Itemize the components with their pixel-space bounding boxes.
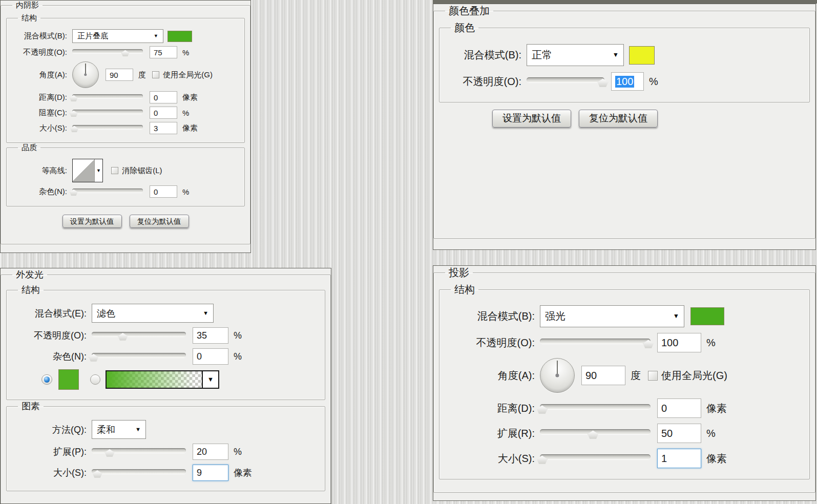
blend-mode-select[interactable]: 强光 ▼: [540, 305, 684, 327]
opacity-slider[interactable]: [92, 331, 186, 340]
size-slider[interactable]: [72, 124, 143, 132]
drop-shadow-title: 投影: [445, 266, 473, 280]
distance-slider[interactable]: [540, 403, 651, 413]
slider-track: [72, 94, 143, 98]
noise-slider[interactable]: [92, 352, 186, 361]
anti-aliased-label: 消除锯齿(L): [122, 166, 162, 176]
selected-text: 100: [615, 76, 634, 88]
opacity-row: 不透明度(O): 100 %: [445, 72, 804, 91]
blend-mode-value: 强光: [545, 309, 565, 323]
size-input[interactable]: 1: [657, 449, 701, 468]
spread-slider[interactable]: [92, 447, 186, 456]
use-global-light-label: 使用全局光(G): [661, 369, 727, 383]
set-default-button[interactable]: 设置为默认值: [62, 215, 122, 228]
shadow-color-swatch[interactable]: [690, 307, 724, 325]
chevron-down-icon: ▼: [154, 34, 158, 38]
noise-label: 杂色(N):: [12, 187, 67, 197]
blend-mode-row: 混合模式(B): 正常 ▼: [445, 44, 804, 66]
opacity-input[interactable]: 100: [657, 333, 701, 352]
blend-mode-label: 混合模式(E):: [12, 307, 87, 320]
opacity-slider[interactable]: [527, 76, 604, 87]
angle-row: 角度(A): 90 度 使用全局光(G): [445, 358, 804, 393]
shadow-color-swatch[interactable]: [167, 31, 192, 42]
angle-label: 角度(A):: [445, 369, 535, 383]
blend-mode-label: 混合模式(B):: [12, 31, 67, 41]
size-input[interactable]: 9: [193, 465, 228, 481]
blend-mode-select[interactable]: 正常 ▼: [527, 44, 624, 66]
overlay-color-swatch[interactable]: [629, 46, 655, 65]
color-overlay-title: 颜色叠加: [445, 4, 493, 18]
blend-mode-value: 正片叠底: [77, 31, 108, 41]
distance-slider[interactable]: [72, 94, 143, 101]
button-row: 设置为默认值 复位为默认值: [492, 110, 810, 128]
angle-unit: 度: [631, 369, 641, 383]
glow-color-swatch[interactable]: [58, 369, 79, 390]
solid-color-radio[interactable]: [41, 374, 52, 385]
opacity-input[interactable]: 100: [611, 72, 644, 91]
size-unit: 像素: [706, 452, 727, 466]
distance-label: 距离(D):: [12, 93, 67, 102]
gradient-picker[interactable]: ▼: [106, 370, 219, 389]
blend-mode-select[interactable]: 滤色 ▼: [92, 304, 214, 323]
gradient-radio[interactable]: [90, 374, 101, 385]
opacity-slider[interactable]: [72, 49, 143, 56]
gradient-preview: [107, 371, 201, 388]
structure-title: 结构: [451, 283, 478, 297]
noise-slider[interactable]: [72, 188, 143, 196]
opacity-input[interactable]: 75: [150, 46, 177, 58]
reset-default-button[interactable]: 复位为默认值: [579, 110, 658, 128]
distance-row: 距离(D): 0 像素: [12, 91, 239, 103]
color-overlay-panel: 颜色叠加 颜色 混合模式(B): 正常 ▼ 不透明度(O): 100 %: [433, 4, 816, 250]
blend-mode-label: 混合模式(B):: [445, 48, 521, 62]
size-slider[interactable]: [92, 468, 186, 477]
angle-dial[interactable]: [540, 358, 575, 393]
noise-row: 杂色(N): 0 %: [12, 185, 239, 198]
blend-mode-select[interactable]: 正片叠底 ▼: [72, 29, 163, 43]
size-slider[interactable]: [540, 453, 651, 464]
size-row: 大小(S): 3 像素: [12, 122, 239, 134]
blend-mode-row: 混合模式(B): 正片叠底 ▼: [12, 29, 239, 43]
size-input[interactable]: 3: [150, 122, 177, 134]
opacity-slider[interactable]: [540, 338, 651, 348]
choke-slider[interactable]: [72, 109, 143, 117]
structure-group: 结构 混合模式(E): 滤色 ▼ 不透明度(O): 35 % 杂色(N):: [6, 284, 325, 400]
opacity-unit: %: [706, 337, 716, 349]
angle-input[interactable]: 90: [106, 69, 133, 81]
outer-glow-group: 外发光 结构 混合模式(E): 滤色 ▼ 不透明度(O): 35 %: [1, 268, 331, 504]
opacity-unit: %: [234, 330, 242, 341]
opacity-row: 不透明度(O): 75 %: [12, 46, 239, 58]
slider-track: [540, 339, 651, 344]
structure-title: 结构: [18, 13, 40, 23]
slider-track: [72, 49, 143, 53]
reset-default-button[interactable]: 复位为默认值: [130, 215, 189, 228]
size-unit: 像素: [182, 123, 198, 133]
noise-input[interactable]: 0: [150, 185, 177, 198]
outer-glow-title: 外发光: [12, 268, 47, 281]
use-global-light-checkbox[interactable]: [648, 371, 658, 381]
technique-value: 柔和: [97, 424, 115, 436]
contour-picker[interactable]: ▼: [72, 159, 103, 182]
chevron-down-icon[interactable]: ▼: [202, 371, 219, 388]
inner-shadow-group: 内阴影 结构 混合模式(B): 正片叠底 ▼ 不透明度(O): 75 %: [1, 1, 250, 244]
spread-unit: %: [706, 428, 716, 439]
angle-dial[interactable]: [72, 61, 99, 88]
distance-input[interactable]: 0: [150, 91, 177, 103]
spread-input[interactable]: 50: [657, 424, 701, 443]
anti-aliased-checkbox[interactable]: [111, 167, 118, 174]
use-global-light-checkbox[interactable]: [152, 71, 159, 78]
angle-input[interactable]: 90: [581, 366, 625, 385]
technique-select[interactable]: 柔和 ▼: [92, 420, 146, 439]
color-group-title: 颜色: [451, 21, 478, 35]
choke-input[interactable]: 0: [150, 107, 177, 119]
spread-input[interactable]: 20: [193, 444, 228, 460]
chevron-down-icon[interactable]: ▼: [95, 159, 102, 182]
set-default-button[interactable]: 设置为默认值: [492, 110, 571, 128]
drop-shadow-group: 投影 结构 混合模式(B): 强光 ▼ 不透明度(O): 100 %: [433, 266, 815, 493]
slider-track: [92, 332, 186, 337]
spread-slider[interactable]: [540, 428, 651, 438]
blend-mode-label: 混合模式(B):: [445, 309, 535, 323]
noise-unit: %: [234, 351, 242, 362]
opacity-input[interactable]: 35: [193, 327, 228, 344]
distance-input[interactable]: 0: [657, 398, 701, 418]
noise-input[interactable]: 0: [193, 348, 228, 365]
